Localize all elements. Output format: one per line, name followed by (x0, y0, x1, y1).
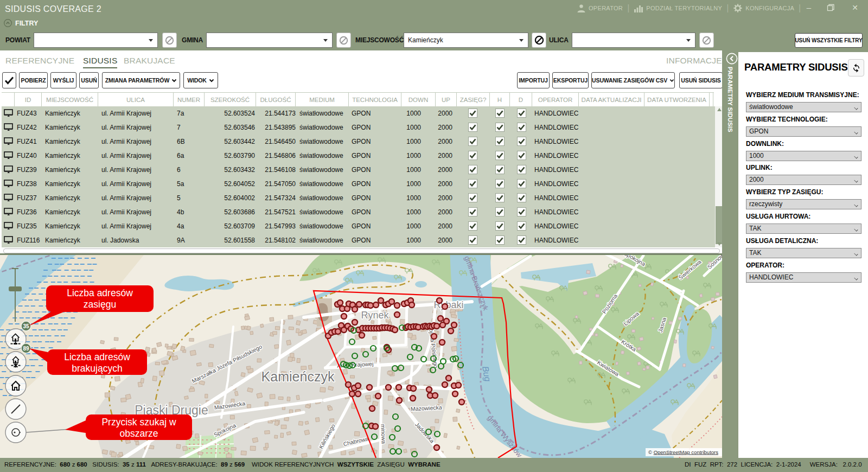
svg-text:Liczba adresów: Liczba adresów (67, 288, 133, 298)
svg-text:35: 35 (23, 323, 29, 329)
svg-text:Kamieńczyk: Kamieńczyk (261, 369, 335, 384)
svg-text:brakujących: brakujących (72, 363, 122, 374)
svg-text:Liczba adresów: Liczba adresów (64, 352, 130, 362)
svg-text:zasięgu: zasięgu (84, 299, 116, 310)
svg-text:Przycisk szukaj w: Przycisk szukaj w (101, 417, 176, 428)
svg-text:minowa: minowa (380, 424, 387, 444)
svg-text:Rynek: Rynek (361, 310, 389, 321)
svg-text:89: 89 (23, 346, 29, 352)
svg-text:obszarze: obszarze (119, 428, 158, 439)
svg-text:© OpenStreetMap contributors: © OpenStreetMap contributors (648, 449, 718, 455)
